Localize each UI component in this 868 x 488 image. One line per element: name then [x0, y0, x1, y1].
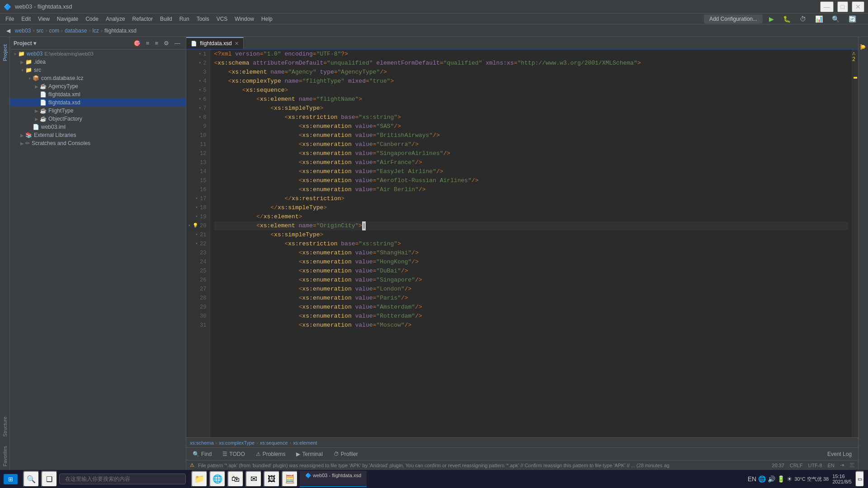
back-btn[interactable]: ◀	[4, 26, 13, 35]
find-tool-btn[interactable]: 🔍 Find	[190, 450, 214, 458]
path-xs-schema[interactable]: xs:schema	[190, 440, 214, 446]
problems-icon: ⚠	[256, 451, 261, 457]
find-icon: 🔍	[193, 451, 199, 457]
search-everywhere-btn[interactable]: 🔍	[829, 14, 842, 24]
breadcrumb-src[interactable]: src	[36, 28, 43, 34]
code-line-3: <xs:element name="Agency" type="AgencyTy…	[214, 68, 848, 77]
taskbar-search-input[interactable]	[59, 474, 186, 484]
vtab-notifications[interactable]: 🔔	[857, 43, 868, 52]
tree-item-flightdata-xsd[interactable]: 📄 flightdata.xsd	[10, 99, 186, 107]
tree-item-agencytype[interactable]: ▶ ☕ AgencyType	[10, 82, 186, 90]
menu-help[interactable]: Help	[258, 15, 276, 23]
menu-run[interactable]: Run	[176, 15, 193, 23]
problems-tool-btn[interactable]: ⚠ Problems	[253, 450, 288, 458]
sidebar-collapse-btn[interactable]: ≡	[153, 39, 160, 47]
path-xs-complextype[interactable]: xs:complexType	[219, 440, 255, 446]
run-btn[interactable]: ▶	[766, 14, 777, 24]
tree-item-objectfactory[interactable]: ▶ ☕ ObjectFactory	[10, 115, 186, 123]
profile-btn[interactable]: ⏱	[797, 14, 809, 24]
code-content[interactable]: <?xml version="1.0" encoding="UTF-8"?> <…	[210, 50, 852, 437]
code-editor[interactable]: ▾1 ▾2 3 ▾4 ▾5 ▾6 ▾7 ▾8 9 10 11 12 13 14 …	[186, 50, 858, 437]
breadcrumb-com[interactable]: com	[49, 28, 59, 34]
breadcrumb-lcz[interactable]: lcz	[92, 28, 99, 34]
linenum-15: 15	[186, 176, 210, 185]
taskbar-explorer-btn[interactable]: 📁	[191, 471, 208, 487]
tree-item-web03iml[interactable]: 📄 web03.iml	[10, 123, 186, 131]
path-xs-element[interactable]: xs:element	[293, 440, 317, 446]
status-lang-icon: EN	[828, 463, 835, 468]
minimize-btn[interactable]: —	[820, 1, 834, 12]
start-button[interactable]: ⊞	[4, 474, 18, 484]
debug-btn[interactable]: 🐛	[780, 14, 793, 24]
code-line-15: <xs:enumeration value="Aeroflot-Russian …	[214, 176, 848, 185]
taskbar-mail-btn[interactable]: ✉	[245, 471, 262, 487]
tree-item-flightdata-xml[interactable]: 📄 flightdata.xml	[10, 90, 186, 99]
taskbar-intellij-app[interactable]: 🔷 web03 - flightdata.xsd	[300, 471, 367, 487]
clock[interactable]: 15:16 2021/8/5	[832, 474, 852, 484]
tree-item-external-libs[interactable]: ▶ 📚 External Libraries	[10, 131, 186, 139]
find-label: Find	[201, 451, 212, 457]
menu-edit[interactable]: Edit	[18, 15, 34, 23]
maximize-btn[interactable]: □	[837, 1, 848, 12]
coverage-btn[interactable]: 📊	[812, 14, 826, 24]
taskbar-taskview-icon[interactable]: ❑	[41, 471, 57, 487]
update-btn[interactable]: 🔄	[846, 14, 859, 24]
vtab-structure[interactable]: Structure	[1, 413, 9, 441]
profiler-tool-btn[interactable]: ⏱ Profiler	[331, 450, 361, 458]
linenum-16: 16	[186, 185, 210, 194]
tree-item-package[interactable]: ▾ 📦 com.database.lcz	[10, 74, 186, 82]
menu-window[interactable]: Window	[231, 15, 258, 23]
systray-network[interactable]: 🌐	[758, 475, 766, 483]
code-line-11: <xs:enumeration value="Canberra"/>	[214, 140, 848, 149]
code-line-12: <xs:enumeration value="SingaporeAirlines…	[214, 149, 848, 158]
systray-battery[interactable]: 🔋	[777, 475, 785, 483]
sidebar-expand-btn[interactable]: ≡	[144, 39, 151, 47]
systray: EN 🌐 🔊 🔋 ☀ 30°C 空气优 38	[748, 475, 829, 483]
linenum-17: ▾17	[186, 194, 210, 203]
menu-file[interactable]: File	[2, 15, 18, 23]
sidebar-locate-btn[interactable]: 🎯	[132, 39, 142, 47]
menu-analyze[interactable]: Analyze	[102, 15, 129, 23]
menu-refactor[interactable]: Refactor	[129, 15, 156, 23]
taskbar-calc-btn[interactable]: 🧮	[282, 471, 298, 487]
vtab-project[interactable]: Project	[1, 41, 9, 65]
linenum-2: ▾2	[186, 59, 210, 68]
status-extra: 三	[849, 462, 854, 469]
menu-code[interactable]: Code	[82, 15, 102, 23]
terminal-tool-btn[interactable]: ▶ Terminal	[293, 450, 325, 458]
show-desktop-btn[interactable]: ▭	[855, 471, 864, 487]
todo-tool-btn[interactable]: ☰ TODO	[220, 450, 247, 458]
tree-item-src[interactable]: ▾ 📁 src	[10, 66, 186, 74]
right-gutter[interactable]: ⚠ 2	[852, 50, 858, 437]
taskbar-photos-btn[interactable]: 🖼	[264, 471, 280, 487]
tab-flightdata-xsd[interactable]: 📄 flightdata.xsd ✕	[186, 37, 244, 49]
linenum-1: ▾1	[186, 50, 210, 59]
tree-item-web03[interactable]: ▾ 📁 web03E:\weblearning\web03	[10, 50, 186, 58]
event-log-btn[interactable]: Event Log	[825, 450, 854, 458]
config-dropdown[interactable]: Add Configuration...	[704, 14, 763, 23]
code-line-1: <?xml version="1.0" encoding="UTF-8"?>	[214, 50, 848, 59]
path-xs-sequence[interactable]: xs:sequence	[260, 440, 288, 446]
profiler-icon: ⏱	[334, 451, 339, 457]
taskbar-search-icon[interactable]: 🔍	[23, 471, 39, 487]
tree-item-idea[interactable]: ▶ 📁 .idea	[10, 58, 186, 66]
systray-weather[interactable]: ☀	[787, 475, 793, 483]
close-btn[interactable]: ✕	[852, 1, 864, 12]
systray-input-method[interactable]: EN	[748, 475, 756, 483]
breadcrumb-database[interactable]: database	[65, 28, 87, 34]
sidebar-hide-btn[interactable]: —	[173, 39, 182, 47]
menu-tools[interactable]: Tools	[193, 15, 213, 23]
menu-build[interactable]: Build	[156, 15, 176, 23]
tree-item-flighttype[interactable]: ▶ ☕ FlightType	[10, 107, 186, 115]
sidebar-settings-btn[interactable]: ⚙	[162, 39, 171, 47]
menu-navigate[interactable]: Navigate	[53, 15, 82, 23]
tree-item-scratches[interactable]: ▶ ✏ Scratches and Consoles	[10, 139, 186, 147]
taskbar-store-btn[interactable]: 🛍	[227, 471, 244, 487]
systray-volume[interactable]: 🔊	[768, 475, 775, 483]
menu-view[interactable]: View	[34, 15, 53, 23]
menu-vcs[interactable]: VCS	[213, 15, 231, 23]
vtab-favorites[interactable]: Favorites	[1, 442, 9, 470]
taskbar-edge-btn[interactable]: 🌐	[209, 471, 226, 487]
tab-close-btn[interactable]: ✕	[235, 41, 239, 47]
breadcrumb-web03[interactable]: web03	[15, 28, 31, 34]
